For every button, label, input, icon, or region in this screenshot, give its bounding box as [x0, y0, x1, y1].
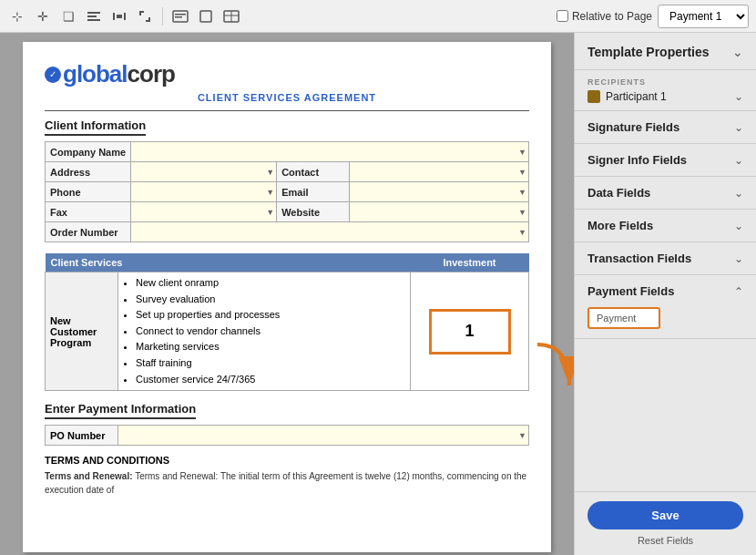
layer-icon[interactable]: ❏ — [58, 6, 78, 26]
more-fields-header[interactable]: More Fields ⌄ — [575, 210, 756, 242]
signature-fields-header[interactable]: Signature Fields ⌄ — [575, 111, 756, 143]
more-fields-chevron-icon[interactable]: ⌄ — [734, 220, 743, 232]
list-item: New client onramp — [136, 275, 405, 292]
doc-subtitle: CLIENT SERVICES AGREEMENT — [45, 92, 529, 103]
terms-title: TERMS AND CONDITIONS — [45, 455, 529, 466]
contact-input[interactable] — [350, 162, 529, 182]
investment-header: Investment — [411, 253, 529, 272]
table-row: Order Number — [46, 222, 529, 242]
terms-section: TERMS AND CONDITIONS Terms and Renewal: … — [45, 455, 529, 497]
signer-info-fields-label: Signer Info Fields — [587, 153, 687, 167]
bullet-list: New client onramp Survey evaluation Set … — [123, 275, 405, 387]
relative-to-page-label: Relative to Page — [572, 10, 652, 23]
website-input[interactable] — [350, 202, 529, 222]
recipients-section: RECIPIENTS Participant 1 ⌄ — [575, 70, 756, 111]
recipient-chevron-icon[interactable]: ⌄ — [734, 90, 743, 103]
table-row: Fax Website — [46, 202, 529, 222]
company-name-input[interactable] — [131, 142, 529, 162]
website-label: Website — [277, 202, 350, 222]
list-item: Survey evaluation — [136, 292, 405, 308]
investment-value: 1 — [465, 322, 474, 341]
address-input[interactable] — [131, 162, 277, 182]
move-icon[interactable]: ⊹ — [7, 6, 27, 26]
panel-title: Template Properties — [587, 44, 710, 60]
terms-text: Terms and Renewal: Terms and Renewal: Th… — [45, 469, 529, 497]
phone-input[interactable] — [131, 182, 277, 202]
transaction-fields-label: Transaction Fields — [587, 252, 691, 265]
payment-field-item[interactable]: Payment — [587, 307, 660, 329]
order-number-label: Order Number — [46, 222, 131, 242]
panel-bottom: Save Reset Fields — [575, 491, 756, 555]
text-field-icon[interactable] — [170, 6, 190, 26]
svg-rect-8 — [175, 16, 182, 18]
svg-rect-1 — [87, 15, 97, 17]
logo-area: ✓ globalcorp — [45, 60, 529, 88]
toolbar: ⊹ ✛ ❏ Relative to Page Payment 1 — [0, 0, 756, 33]
table-row: PO Number — [46, 426, 529, 446]
transaction-fields-header[interactable]: Transaction Fields ⌄ — [575, 242, 756, 274]
more-fields-label: More Fields — [587, 219, 653, 232]
resize-icon[interactable] — [135, 6, 155, 26]
po-input[interactable] — [118, 426, 529, 446]
email-input[interactable] — [350, 182, 529, 202]
svg-rect-9 — [200, 11, 211, 22]
program-label: New CustomerProgram — [46, 272, 118, 391]
address-label: Address — [46, 162, 131, 182]
panel-collapse-icon[interactable]: ⌄ — [732, 45, 743, 59]
program-bullets-cell: New client onramp Survey evaluation Set … — [118, 272, 411, 391]
signature-fields-chevron-icon[interactable]: ⌄ — [734, 121, 743, 134]
recipient-color-swatch — [587, 90, 600, 103]
signature-fields-section: Signature Fields ⌄ — [575, 111, 756, 144]
client-info-table: Company Name Address Contact Phone Email — [45, 141, 529, 242]
align-left-icon[interactable] — [84, 6, 104, 26]
list-item: Set up properties and processes — [136, 307, 405, 324]
transaction-fields-chevron-icon[interactable]: ⌄ — [734, 252, 743, 265]
doc-area[interactable]: ✓ globalcorp CLIENT SERVICES AGREEMENT C… — [0, 33, 574, 555]
data-fields-label: Data Fields — [587, 186, 650, 200]
recipients-label: RECIPIENTS — [587, 77, 743, 87]
svg-rect-2 — [87, 19, 100, 21]
phone-label: Phone — [46, 182, 131, 202]
table-header-row: Client Services Investment — [46, 253, 529, 272]
table-row: Company Name — [46, 142, 529, 162]
add-icon[interactable]: ✛ — [33, 6, 53, 26]
list-item: Customer service 24/7/365 — [136, 372, 405, 388]
logo-text: globalcorp — [63, 60, 175, 88]
logo-dark: corp — [128, 60, 175, 87]
table-row: New CustomerProgram New client onramp Su… — [46, 272, 529, 391]
more-fields-section: More Fields ⌄ — [575, 210, 756, 242]
distribute-icon[interactable] — [109, 6, 129, 26]
logo-checkmark: ✓ — [45, 67, 61, 83]
table-icon[interactable] — [221, 6, 241, 26]
list-item: Marketing services — [136, 339, 405, 355]
svg-rect-0 — [87, 12, 100, 14]
data-fields-header[interactable]: Data Fields ⌄ — [575, 177, 756, 209]
recipient-row: Participant 1 ⌄ — [587, 90, 743, 103]
order-number-input[interactable] — [131, 222, 529, 242]
fax-input[interactable] — [131, 202, 277, 222]
signer-info-fields-header[interactable]: Signer Info Fields ⌄ — [575, 144, 756, 176]
reset-fields-link[interactable]: Reset Fields — [587, 535, 743, 546]
services-table: Client Services Investment New CustomerP… — [45, 253, 529, 391]
payment-fields-section: Payment Fields ⌃ Payment — [575, 275, 756, 339]
transaction-fields-section: Transaction Fields ⌄ — [575, 242, 756, 275]
right-panel: Template Properties ⌄ RECIPIENTS Partici… — [574, 33, 756, 555]
payment-fields-chevron-icon[interactable]: ⌃ — [734, 285, 743, 298]
page-select[interactable]: Payment 1 — [658, 5, 749, 28]
investment-field[interactable]: 1 — [429, 309, 511, 355]
investment-cell: 1 — [411, 272, 529, 391]
data-fields-chevron-icon[interactable]: ⌄ — [734, 187, 743, 200]
relative-to-page-checkbox[interactable] — [557, 10, 568, 22]
data-fields-section: Data Fields ⌄ — [575, 177, 756, 210]
signer-info-chevron-icon[interactable]: ⌄ — [734, 154, 743, 167]
list-item: Staff training — [136, 355, 405, 372]
list-item: Connect to vendor channels — [136, 324, 405, 340]
company-name-label: Company Name — [46, 142, 131, 162]
payment-fields-header[interactable]: Payment Fields ⌃ — [575, 275, 756, 303]
main-area: ✓ globalcorp CLIENT SERVICES AGREEMENT C… — [0, 33, 756, 555]
payment-section: Enter Payment Information PO Number — [45, 402, 529, 446]
save-button[interactable]: Save — [587, 501, 743, 529]
po-table: PO Number — [45, 425, 529, 446]
checkbox-icon[interactable] — [196, 6, 216, 26]
signature-fields-label: Signature Fields — [587, 120, 679, 134]
